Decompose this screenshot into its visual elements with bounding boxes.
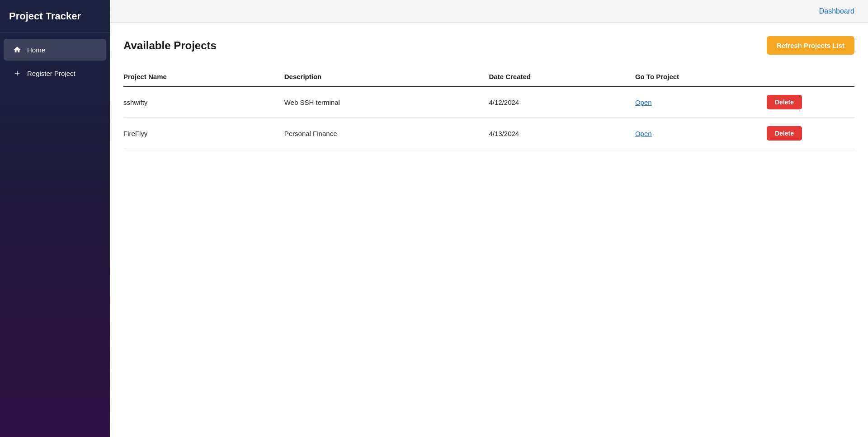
- table-header: Project Name Description Date Created Go…: [123, 68, 854, 86]
- col-header-action: [767, 68, 854, 86]
- col-header-goto: Go To Project: [635, 68, 767, 86]
- project-date-1: 4/12/2024: [489, 86, 635, 118]
- open-link-2[interactable]: Open: [635, 130, 652, 137]
- project-name-1: sshwifty: [123, 86, 284, 118]
- sidebar-register-label: Register Project: [27, 70, 75, 77]
- sidebar-nav: Home Register Project: [0, 33, 110, 90]
- col-header-description: Description: [284, 68, 489, 86]
- refresh-projects-button[interactable]: Refresh Projects List: [767, 36, 854, 55]
- sidebar-item-register-project[interactable]: Register Project: [4, 62, 106, 84]
- project-description-1: Web SSH terminal: [284, 86, 489, 118]
- content-area: Available Projects Refresh Projects List…: [110, 23, 868, 437]
- plus-icon: [13, 69, 22, 78]
- open-link-1[interactable]: Open: [635, 99, 652, 106]
- content-header: Available Projects Refresh Projects List: [123, 36, 854, 55]
- main-area: Dashboard Available Projects Refresh Pro…: [110, 0, 868, 437]
- project-date-2: 4/13/2024: [489, 118, 635, 149]
- project-description-2: Personal Finance: [284, 118, 489, 149]
- project-action-cell-1: Delete: [767, 86, 854, 118]
- page-title: Available Projects: [123, 39, 217, 52]
- sidebar-home-label: Home: [27, 46, 45, 54]
- project-open-cell-2: Open: [635, 118, 767, 149]
- app-title: Project Tracker: [0, 0, 110, 33]
- project-name-2: FireFlyy: [123, 118, 284, 149]
- home-icon: [13, 45, 22, 54]
- project-open-cell-1: Open: [635, 86, 767, 118]
- project-action-cell-2: Delete: [767, 118, 854, 149]
- sidebar-item-home[interactable]: Home: [4, 39, 106, 61]
- col-header-name: Project Name: [123, 68, 284, 86]
- projects-table: Project Name Description Date Created Go…: [123, 68, 854, 149]
- table-body: sshwifty Web SSH terminal 4/12/2024 Open…: [123, 86, 854, 149]
- delete-button-1[interactable]: Delete: [767, 95, 802, 109]
- col-header-date: Date Created: [489, 68, 635, 86]
- table-row: FireFlyy Personal Finance 4/13/2024 Open…: [123, 118, 854, 149]
- sidebar: Project Tracker Home Register Project: [0, 0, 110, 437]
- dashboard-link[interactable]: Dashboard: [819, 7, 854, 15]
- delete-button-2[interactable]: Delete: [767, 126, 802, 141]
- table-row: sshwifty Web SSH terminal 4/12/2024 Open…: [123, 86, 854, 118]
- topbar: Dashboard: [110, 0, 868, 23]
